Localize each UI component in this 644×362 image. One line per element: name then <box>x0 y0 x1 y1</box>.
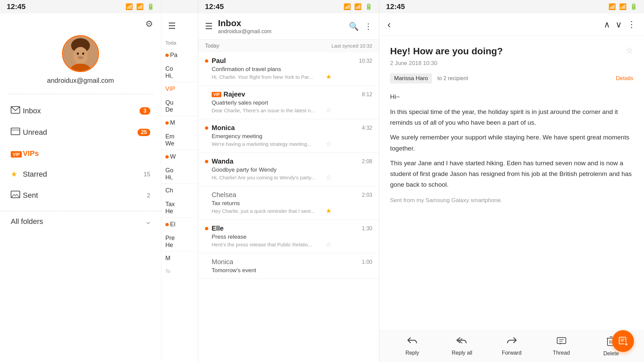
inbox-menu-icon[interactable]: ☰ <box>205 21 213 32</box>
email-row3-monica1: We're having a marketing strategy meetin… <box>205 140 372 148</box>
settings-button[interactable]: ⚙ <box>145 19 153 29</box>
svg-point-4 <box>82 53 84 55</box>
next-email-button[interactable]: ∨ <box>615 19 622 30</box>
email-preview-paul: Hi, Charlie. Your flight from New York t… <box>212 74 326 80</box>
partial-list-item-2[interactable]: VIP <box>161 82 198 96</box>
partial-menu-icon[interactable]: ☰ <box>161 13 198 39</box>
sidebar-item-vips[interactable]: VIP VIPs <box>0 143 161 164</box>
detail-signal-icon: 📶 <box>619 3 627 10</box>
reply-button[interactable]: Reply <box>387 337 437 356</box>
all-folders-label: All folders <box>11 217 146 226</box>
starred-count: 15 <box>144 171 150 178</box>
detail-star-icon[interactable]: ☆ <box>626 45 633 56</box>
inbox-status-bar: 12:45 📶 📶 🔋 <box>198 0 379 13</box>
email-sender-rajeev: Rajeev <box>223 90 362 98</box>
star-rajeev[interactable]: ☆ <box>326 106 332 114</box>
sidebar-header: ⚙ <box>0 13 161 32</box>
partial-list-item-5[interactable]: Ch <box>161 184 198 197</box>
star-elle[interactable]: ☆ <box>326 240 332 248</box>
detail-subject-row: Hey! How are you doing? ☆ <box>390 45 633 57</box>
detail-footer: Reply Reply all Forward <box>379 330 644 362</box>
email-sender-monica1: Monica <box>212 124 362 132</box>
detail-details-link[interactable]: Details <box>616 75 633 82</box>
inbox-label: Inbox <box>23 107 140 115</box>
detail-more-icon[interactable]: ⋮ <box>627 19 636 30</box>
partial-subtext-3: EmWe <box>161 130 198 150</box>
email-item-elle[interactable]: Elle 1:30 Press release Here's the press… <box>198 220 379 253</box>
all-folders-row[interactable]: All folders ⌵ <box>0 211 161 232</box>
email-row1-elle: Elle 1:30 <box>205 225 372 232</box>
email-time-monica2: 1:00 <box>362 259 372 265</box>
email-sender-wanda: Wanda <box>212 158 362 165</box>
prev-email-button[interactable]: ∧ <box>604 19 610 30</box>
vip-badge-rajeev: VIP <box>212 92 221 97</box>
partial-list-item-4[interactable]: W <box>161 150 198 164</box>
email-item-monica1[interactable]: Monica 4:32 Emergency meeting We're havi… <box>198 119 379 153</box>
sidebar-item-starred[interactable]: ★ Starred 15 <box>0 164 161 185</box>
sidebar-item-inbox[interactable]: Inbox 3 <box>0 100 161 122</box>
compose-button[interactable] <box>612 330 634 352</box>
inbox-battery-icon: 🔋 <box>365 3 372 10</box>
email-subject-chelsea: Tax returns <box>212 200 372 207</box>
email-time-wanda: 2:08 <box>362 159 372 165</box>
thread-label: Thread <box>553 350 570 356</box>
delete-label: Delete <box>603 351 619 357</box>
email-item-monica2[interactable]: Monica 1:00 Tomorrow's event <box>198 253 379 279</box>
partial-list-item-3[interactable]: M <box>161 116 198 130</box>
email-subject-elle: Press release <box>212 234 372 240</box>
section-today-label: Today <box>205 43 219 49</box>
email-preview-rajeev: Dear Charlie, There's an issue in the la… <box>212 108 326 113</box>
forward-label: Forward <box>502 350 522 356</box>
reply-all-icon <box>456 337 468 348</box>
partial-list-item-7[interactable]: M <box>161 251 198 265</box>
detail-content: Hey! How are you doing? ☆ 2 June 2018 10… <box>379 36 644 330</box>
sidebar-time: 12:45 <box>7 2 25 11</box>
partial-status-bar <box>161 0 198 13</box>
avatar-ring <box>62 35 99 72</box>
inbox-header: ☰ Inbox androidux@gmail.com 🔍 ⋮ <box>198 13 379 40</box>
star-wanda[interactable]: ☆ <box>326 173 332 181</box>
email-row3-paul: Hi, Charlie. Your flight from New York t… <box>205 73 372 81</box>
svg-rect-5 <box>78 56 83 59</box>
inbox-title-block: Inbox androidux@gmail.com <box>218 18 349 35</box>
partial-list-item-1[interactable]: Pa <box>161 48 198 62</box>
email-time-monica1: 4:32 <box>362 125 372 131</box>
forward-icon <box>507 337 517 348</box>
wifi-icon: 📶 <box>125 3 133 10</box>
detail-time: 12:45 <box>386 2 405 11</box>
unread-dot-chelsea <box>205 193 208 197</box>
email-item-chelsea[interactable]: Chelsea 2:03 Tax returns Hey Charlie, ju… <box>198 186 379 220</box>
email-item-wanda[interactable]: Wanda 2:08 Goodbye party for Wendy Hi, C… <box>198 153 379 186</box>
more-options-icon[interactable]: ⋮ <box>364 22 372 31</box>
sidebar-item-unread[interactable]: Unread 25 <box>0 122 161 143</box>
battery-icon: 🔋 <box>147 3 154 10</box>
email-sender-elle: Elle <box>212 225 362 232</box>
unread-dot-paul <box>205 59 208 63</box>
forward-button[interactable]: Forward <box>487 337 536 356</box>
email-item-rajeev[interactable]: VIP Rajeev 8:12 Quatrterly sales report … <box>198 86 379 119</box>
detail-status-icons: 📶 📶 🔋 <box>608 3 637 10</box>
star-chelsea[interactable]: ★ <box>326 207 332 215</box>
star-paul[interactable]: ★ <box>326 73 332 81</box>
detail-wifi-icon: 📶 <box>608 3 616 10</box>
email-item-paul[interactable]: Paul 10:32 Confirmation of travel plans … <box>198 52 379 86</box>
email-subject-monica1: Emergency meeting <box>212 133 372 140</box>
inbox-account-email: androidux@gmail.com <box>218 28 349 35</box>
email-row2-monica1: Emergency meeting <box>205 133 372 140</box>
star-monica1[interactable]: ☆ <box>326 140 332 148</box>
partial-subtext-6: PreHe <box>161 231 198 251</box>
avatar-section: androidux@gmail.com <box>0 32 161 91</box>
email-row3-chelsea: Hey Charlie, just a quick reminder that … <box>205 207 372 215</box>
partial-list-item-6[interactable]: El <box>161 218 198 231</box>
inbox-badge: 3 <box>140 107 150 115</box>
back-button[interactable]: ‹ <box>387 19 391 30</box>
vips-label: VIPs <box>23 149 150 158</box>
search-icon[interactable]: 🔍 <box>349 22 359 31</box>
reply-all-button[interactable]: Reply all <box>437 337 487 356</box>
sidebar-item-sent[interactable]: Sent 2 <box>0 185 161 206</box>
partial-subtext-2: QuDe <box>161 96 198 116</box>
section-sync-label: Last synced 10:32 <box>331 43 372 49</box>
thread-button[interactable]: Thread <box>537 337 586 356</box>
starred-icon: ★ <box>11 170 23 179</box>
svg-rect-8 <box>11 128 20 135</box>
